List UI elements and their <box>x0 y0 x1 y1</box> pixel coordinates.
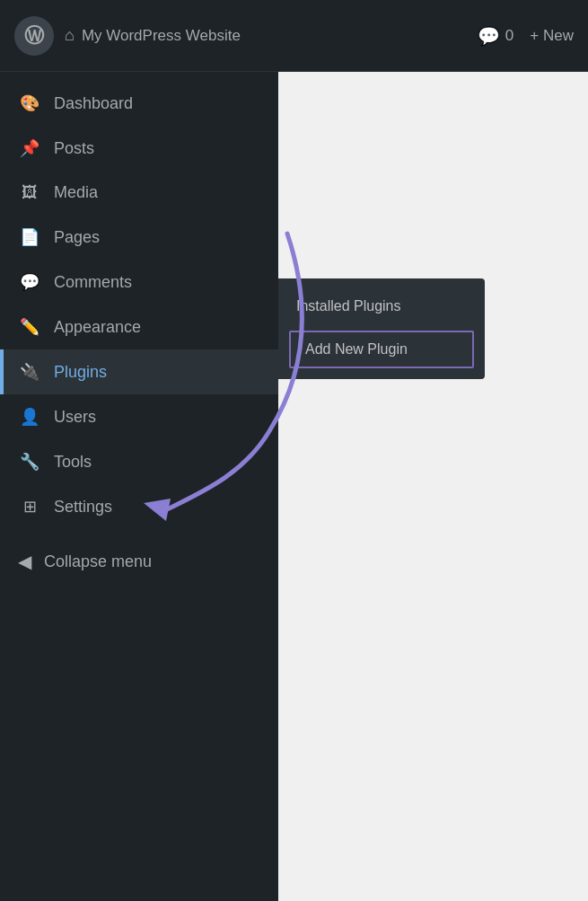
collapse-icon: ◀ <box>18 551 31 572</box>
posts-icon: 📌 <box>18 138 41 158</box>
new-label: + New <box>530 27 574 45</box>
sidebar-label-posts: Posts <box>54 139 94 158</box>
users-icon: 👤 <box>18 407 41 427</box>
plugins-submenu: Installed Plugins Add New Plugin <box>278 278 485 379</box>
comment-icon: 💬 <box>478 25 500 47</box>
content-area <box>278 72 588 901</box>
submenu-installed-plugins[interactable]: Installed Plugins <box>278 286 485 327</box>
site-name[interactable]: My WordPress Website <box>82 27 241 45</box>
tools-icon: 🔧 <box>18 452 41 472</box>
new-button[interactable]: + New <box>530 27 574 45</box>
sidebar-label-pages: Pages <box>54 228 100 247</box>
media-icon: 🖼 <box>18 183 41 202</box>
add-new-plugin-label: Add New Plugin <box>305 341 408 357</box>
sidebar-item-tools[interactable]: 🔧 Tools <box>0 439 278 484</box>
wp-logo[interactable]: Ⓦ <box>14 16 54 56</box>
sidebar-item-users[interactable]: 👤 Users <box>0 394 278 439</box>
sidebar-item-pages[interactable]: 📄 Pages <box>0 215 278 260</box>
sidebar-item-posts[interactable]: 📌 Posts <box>0 126 278 171</box>
home-icon[interactable]: ⌂ <box>65 26 75 45</box>
settings-icon: ⊞ <box>18 497 41 517</box>
comments-wrap[interactable]: 💬 0 <box>478 25 513 47</box>
admin-bar-right: 💬 0 + New <box>478 25 574 47</box>
sidebar-label-appearance: Appearance <box>54 318 141 337</box>
comments-count: 0 <box>505 27 513 45</box>
admin-bar: Ⓦ ⌂ My WordPress Website 💬 0 + New <box>0 0 588 72</box>
sidebar-item-plugins[interactable]: 🔌 Plugins <box>0 349 278 394</box>
main-layout: 🎨 Dashboard 📌 Posts 🖼 Media 📄 Pages 💬 Co… <box>0 72 588 901</box>
submenu-add-new-plugin[interactable]: Add New Plugin <box>289 331 474 368</box>
installed-plugins-label: Installed Plugins <box>296 298 401 314</box>
sidebar-label-dashboard: Dashboard <box>54 94 133 113</box>
sidebar-item-appearance[interactable]: ✏️ Appearance <box>0 305 278 349</box>
sidebar-label-plugins: Plugins <box>54 363 107 382</box>
pages-icon: 📄 <box>18 227 41 247</box>
site-name-area: ⌂ My WordPress Website <box>65 26 241 45</box>
sidebar-label-media: Media <box>54 183 98 202</box>
collapse-menu-button[interactable]: ◀ Collapse menu <box>0 538 278 585</box>
sidebar-label-tools: Tools <box>54 453 92 472</box>
dashboard-icon: 🎨 <box>18 93 41 113</box>
comments-nav-icon: 💬 <box>18 272 41 292</box>
sidebar-item-dashboard[interactable]: 🎨 Dashboard <box>0 81 278 126</box>
sidebar-label-comments: Comments <box>54 273 132 292</box>
appearance-icon: ✏️ <box>18 317 41 337</box>
collapse-label: Collapse menu <box>44 552 152 571</box>
sidebar-label-settings: Settings <box>54 498 112 517</box>
sidebar-item-media[interactable]: 🖼 Media <box>0 171 278 215</box>
sidebar-item-settings[interactable]: ⊞ Settings <box>0 484 278 529</box>
sidebar: 🎨 Dashboard 📌 Posts 🖼 Media 📄 Pages 💬 Co… <box>0 72 278 901</box>
plugins-icon: 🔌 <box>18 362 41 382</box>
sidebar-item-comments[interactable]: 💬 Comments <box>0 260 278 305</box>
sidebar-label-users: Users <box>54 408 96 427</box>
